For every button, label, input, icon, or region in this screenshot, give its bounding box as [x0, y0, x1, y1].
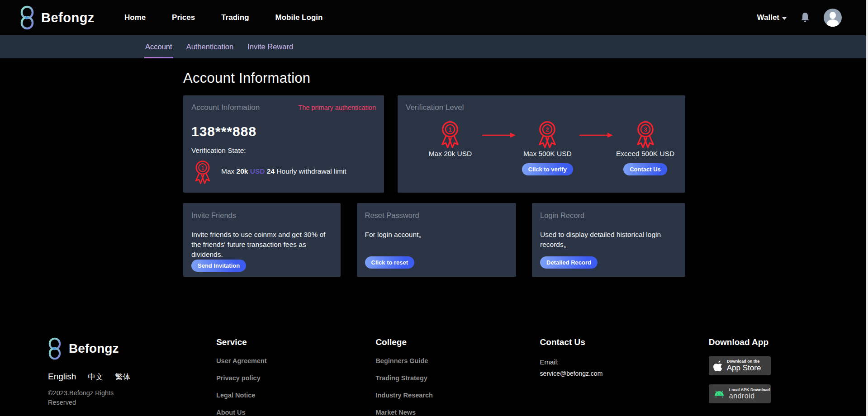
send-invitation-button[interactable]: Send Invitation: [191, 260, 246, 272]
nav-item-trading[interactable]: Trading: [221, 13, 249, 22]
masked-phone-number: 138***888: [191, 124, 376, 139]
email-address: service@befongz.com: [540, 370, 709, 377]
brand-logo-icon: [20, 5, 34, 30]
nav-item-prices[interactable]: Prices: [172, 13, 195, 22]
footer-contact-column: Contact Us Email: service@befongz.com: [540, 337, 709, 416]
click-to-reset-button[interactable]: Click to reset: [365, 256, 415, 269]
login-record-card: Login Record Used to display detailed hi…: [532, 203, 685, 277]
verification-step-2: 2 Max 500K USD Click to verify: [516, 118, 579, 182]
detailed-record-button[interactable]: Detailed Record: [540, 256, 598, 269]
top-navbar: Befongz Home Prices Trading Mobile Login…: [0, 0, 868, 35]
language-english[interactable]: English: [48, 372, 76, 382]
level-1-medal-icon: 1: [191, 158, 214, 184]
android-line2: android: [729, 392, 770, 400]
service-column-title: Service: [216, 337, 375, 347]
limit-prefix: Max: [221, 167, 234, 175]
tab-invite-reward[interactable]: Invite Reward: [247, 35, 294, 58]
primary-auth-badge: The primary authentication: [298, 104, 376, 111]
reset-card-title: Reset Password: [365, 211, 508, 220]
level-2-medal-icon: 2: [534, 118, 560, 149]
level-3-medal-icon: 3: [632, 118, 659, 149]
apple-logo-icon: [713, 360, 723, 372]
account-info-card: Account Information The primary authenti…: [183, 95, 384, 193]
invite-card-body: Invite friends to use coinmx and get 30%…: [191, 230, 332, 260]
medal-number: 1: [449, 127, 452, 133]
invite-card-title: Invite Friends: [191, 211, 332, 220]
wallet-dropdown[interactable]: Wallet: [757, 13, 787, 22]
footer-download-column: Download App Download on the App Store: [709, 337, 868, 416]
language-simplified-chinese[interactable]: 中文: [88, 372, 103, 382]
main-nav: Home Prices Trading Mobile Login: [124, 13, 323, 22]
account-card-title: Account Information: [191, 103, 260, 112]
chevron-down-icon: [782, 17, 787, 20]
android-line1: Local APK Download: [729, 388, 770, 392]
login-record-card-title: Login Record: [540, 211, 677, 220]
medal-number: 2: [546, 127, 549, 133]
step-3-label: Exceed 500K USD: [616, 150, 674, 158]
notification-bell-icon[interactable]: [800, 12, 810, 23]
link-user-agreement[interactable]: User Agreement: [216, 357, 375, 364]
invite-friends-card: Invite Friends Invite friends to use coi…: [183, 203, 341, 277]
user-avatar[interactable]: [824, 9, 842, 27]
limit-suffix: Hourly withdrawal limit: [276, 167, 346, 175]
language-traditional-chinese[interactable]: 繁体: [115, 372, 130, 382]
contact-us-button[interactable]: Contact Us: [623, 163, 667, 175]
verification-step-3: 3 Exceed 500K USD Contact Us: [613, 118, 677, 182]
medal-number: 3: [644, 127, 647, 133]
android-robot-icon: [713, 390, 725, 398]
download-column-title: Download App: [709, 337, 868, 347]
limit-amount: 20k: [237, 167, 248, 175]
college-column-title: College: [375, 337, 540, 347]
step-1-label: Max 20k USD: [429, 150, 472, 158]
step-2-label: Max 500K USD: [523, 150, 572, 158]
footer-college-column: College Beginners Guide Trading Strategy…: [375, 337, 540, 416]
android-apk-download-button[interactable]: Local APK Download android: [709, 384, 771, 403]
verification-level-card: Verification Level 1: [398, 95, 685, 193]
account-subnav: Account Authentication Invite Reward: [0, 35, 868, 58]
contact-column-title: Contact Us: [540, 337, 709, 347]
step-arrow-icon: [482, 132, 516, 138]
verification-card-title: Verification Level: [406, 103, 464, 112]
medal-number: 1: [201, 165, 204, 170]
main-content: Account Information Account Information …: [0, 58, 868, 301]
verification-step-1: 1 Max 20k USD: [418, 118, 482, 182]
app-store-line2: App Store: [727, 364, 761, 373]
link-trading-strategy[interactable]: Trading Strategy: [375, 374, 540, 382]
email-label: Email:: [540, 358, 709, 366]
app-store-download-button[interactable]: Download on the App Store: [709, 356, 771, 375]
reset-password-card: Reset Password For login account。 Click …: [357, 203, 516, 277]
verification-state-label: Verification State:: [191, 147, 376, 155]
step-arrow-icon: [579, 132, 613, 138]
footer-brand-column: Befongz English 中文 繁体 ©2023.Befongz Righ…: [48, 337, 216, 416]
limit-currency: USD: [250, 167, 265, 175]
footer: Befongz English 中文 繁体 ©2023.Befongz Righ…: [0, 301, 868, 416]
tab-account[interactable]: Account: [144, 35, 173, 58]
link-about-us[interactable]: About Us: [216, 409, 375, 416]
click-to-verify-button[interactable]: Click to verify: [522, 163, 573, 175]
brand-logo[interactable]: Befongz: [20, 5, 95, 30]
login-record-card-body: Used to display detailed historical logi…: [540, 230, 677, 250]
nav-item-home[interactable]: Home: [124, 13, 146, 22]
withdrawal-limit-text: Max 20k USD 24 Hourly withdrawal limit: [221, 167, 346, 175]
reset-card-body: For login account。: [365, 230, 508, 240]
wallet-label: Wallet: [757, 13, 779, 22]
app-store-line1: Download on the: [727, 359, 761, 364]
page-title: Account Information: [183, 70, 868, 86]
page-scrollbar[interactable]: [866, 0, 868, 416]
header-right: Wallet: [757, 9, 842, 27]
avatar-head-shape: [830, 12, 836, 19]
verification-steps: 1 Max 20k USD: [418, 118, 677, 182]
page-root: Befongz Home Prices Trading Mobile Login…: [0, 0, 868, 416]
language-switcher: English 中文 繁体: [48, 372, 216, 382]
link-industry-research[interactable]: Industry Research: [375, 392, 540, 399]
tab-authentication[interactable]: Authentication: [185, 35, 235, 58]
nav-item-mobile-login[interactable]: Mobile Login: [275, 13, 323, 22]
link-legal-notice[interactable]: Legal Notice: [216, 392, 375, 399]
brand-name: Befongz: [41, 10, 95, 25]
footer-service-column: Service User Agreement Privacy policy Le…: [216, 337, 375, 416]
avatar-torso-shape: [827, 19, 839, 27]
link-privacy-policy[interactable]: Privacy policy: [216, 374, 375, 382]
link-beginners-guide[interactable]: Beginners Guide: [375, 357, 540, 364]
level-1-medal-icon: 1: [437, 118, 463, 149]
link-market-news[interactable]: Market News: [375, 409, 540, 416]
